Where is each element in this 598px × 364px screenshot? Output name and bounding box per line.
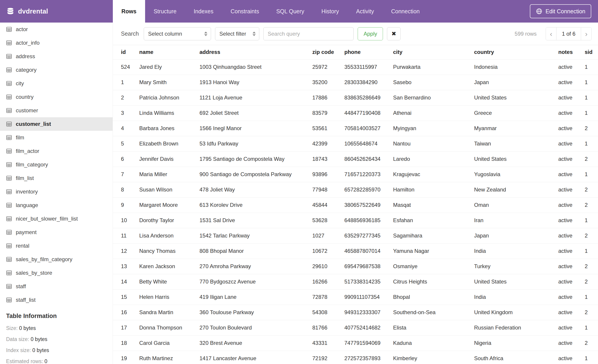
cell-name[interactable]: Susan Wilson xyxy=(139,182,199,197)
cell-sid[interactable]: 1 xyxy=(585,136,598,151)
cell-phone[interactable]: 838635286649 xyxy=(344,90,393,105)
cell-id[interactable]: 17 xyxy=(113,320,139,335)
cell-notes[interactable]: active xyxy=(558,243,585,259)
cell-city[interactable]: Kragujevac xyxy=(393,167,474,182)
cell-country[interactable]: New Zealand xyxy=(474,182,558,197)
cell-address[interactable]: 1913 Hanoi Way xyxy=(199,75,312,90)
sidebar-item-actor[interactable]: actor xyxy=(0,23,113,36)
cell-zip-code[interactable]: 93896 xyxy=(312,167,344,182)
cell-notes[interactable]: active xyxy=(558,335,585,351)
cell-phone[interactable]: 35533115997 xyxy=(344,59,393,75)
cell-id[interactable]: 13 xyxy=(113,259,139,274)
column-header-notes[interactable]: notes xyxy=(558,45,585,59)
cell-city[interactable]: Southend-on-Sea xyxy=(393,305,474,320)
cell-name[interactable]: Donna Thompson xyxy=(139,320,199,335)
tab-sql-query[interactable]: SQL Query xyxy=(268,0,313,23)
cell-sid[interactable]: 1 xyxy=(585,289,598,305)
sidebar-item-customer_list[interactable]: customer_list xyxy=(0,117,113,131)
column-header-sid[interactable]: sid xyxy=(585,45,598,59)
table-row[interactable]: 16Sandra Martin360 Toulouse Parkway54308… xyxy=(113,305,598,320)
cell-city[interactable]: Esfahan xyxy=(393,213,474,228)
cell-phone[interactable]: 990911107354 xyxy=(344,289,393,305)
cell-name[interactable]: Helen Harris xyxy=(139,289,199,305)
clear-search-button[interactable]: ✖ xyxy=(387,27,400,40)
sidebar-item-inventory[interactable]: inventory xyxy=(0,185,113,198)
table-row[interactable]: 17Donna Thompson270 Toulon Boulevard8176… xyxy=(113,320,598,335)
cell-zip-code[interactable]: 72878 xyxy=(312,289,344,305)
cell-phone[interactable]: 949312333307 xyxy=(344,305,393,320)
cell-sid[interactable]: 2 xyxy=(585,259,598,274)
cell-country[interactable]: Turkey xyxy=(474,259,558,274)
cell-id[interactable]: 10 xyxy=(113,213,139,228)
sidebar-item-film_actor[interactable]: film_actor xyxy=(0,144,113,158)
cell-zip-code[interactable]: 53628 xyxy=(312,213,344,228)
sidebar-item-nicer_but_slower_film_list[interactable]: nicer_but_slower_film_list xyxy=(0,212,113,226)
cell-address[interactable]: 692 Joliet Street xyxy=(199,105,312,121)
cell-sid[interactable]: 2 xyxy=(585,228,598,243)
cell-zip-code[interactable]: 10672 xyxy=(312,243,344,259)
column-header-city[interactable]: city xyxy=(393,45,474,59)
cell-name[interactable]: Mary Smith xyxy=(139,75,199,90)
cell-address[interactable]: 900 Santiago de Compostela Parkway xyxy=(199,167,312,182)
column-header-country[interactable]: country xyxy=(474,45,558,59)
cell-notes[interactable]: active xyxy=(558,151,585,167)
cell-phone[interactable]: 448477190408 xyxy=(344,105,393,121)
cell-address[interactable]: 770 Bydgoszcz Avenue xyxy=(199,274,312,289)
cell-city[interactable]: Kimberley xyxy=(393,351,474,364)
cell-address[interactable]: 419 Iligan Lane xyxy=(199,289,312,305)
cell-address[interactable]: 478 Joliet Way xyxy=(199,182,312,197)
cell-zip-code[interactable]: 83579 xyxy=(312,105,344,121)
tab-constraints[interactable]: Constraints xyxy=(222,0,268,23)
cell-name[interactable]: Karen Jackson xyxy=(139,259,199,274)
cell-id[interactable]: 524 xyxy=(113,59,139,75)
cell-city[interactable]: Sasebo xyxy=(393,75,474,90)
sidebar-item-sales_by_film_category[interactable]: sales_by_film_category xyxy=(0,253,113,266)
cell-city[interactable]: Masqat xyxy=(393,197,474,213)
cell-city[interactable]: Citrus Heights xyxy=(393,274,474,289)
cell-notes[interactable]: active xyxy=(558,90,585,105)
cell-phone[interactable]: 705814003527 xyxy=(344,121,393,136)
cell-country[interactable]: Oman xyxy=(474,197,558,213)
cell-country[interactable]: Indonesia xyxy=(474,59,558,75)
cell-sid[interactable]: 2 xyxy=(585,305,598,320)
cell-city[interactable]: Hamilton xyxy=(393,182,474,197)
cell-id[interactable]: 1 xyxy=(113,75,139,90)
cell-notes[interactable]: active xyxy=(558,121,585,136)
cell-country[interactable]: Japan xyxy=(474,228,558,243)
cell-address[interactable]: 1531 Sal Drive xyxy=(199,213,312,228)
cell-sid[interactable]: 1 xyxy=(585,105,598,121)
cell-phone[interactable]: 747791594069 xyxy=(344,335,393,351)
cell-zip-code[interactable]: 77948 xyxy=(312,182,344,197)
cell-sid[interactable]: 2 xyxy=(585,197,598,213)
cell-id[interactable]: 15 xyxy=(113,289,139,305)
cell-address[interactable]: 270 Amroha Parkway xyxy=(199,259,312,274)
cell-id[interactable]: 3 xyxy=(113,105,139,121)
sidebar-item-category[interactable]: category xyxy=(0,63,113,77)
cell-sid[interactable]: 1 xyxy=(585,59,598,75)
table-row[interactable]: 14Betty White770 Bydgoszcz Avenue1626651… xyxy=(113,274,598,289)
table-row[interactable]: 13Karen Jackson270 Amroha Parkway2961069… xyxy=(113,259,598,274)
cell-name[interactable]: Betty White xyxy=(139,274,199,289)
cell-name[interactable]: Barbara Jones xyxy=(139,121,199,136)
cell-phone[interactable]: 272572357893 xyxy=(344,351,393,364)
cell-name[interactable]: Margaret Moore xyxy=(139,197,199,213)
cell-phone[interactable]: 517338314235 xyxy=(344,274,393,289)
cell-city[interactable]: Sagamihara xyxy=(393,228,474,243)
cell-country[interactable]: Iran xyxy=(474,213,558,228)
cell-country[interactable]: United States xyxy=(474,274,558,289)
cell-phone[interactable]: 648856936185 xyxy=(344,213,393,228)
sidebar-item-actor_info[interactable]: actor_info xyxy=(0,36,113,50)
sidebar-item-address[interactable]: address xyxy=(0,50,113,63)
table-row[interactable]: 18Carol Garcia320 Brest Avenue4333174779… xyxy=(113,335,598,351)
cell-name[interactable]: Patricia Johnson xyxy=(139,90,199,105)
cell-id[interactable]: 9 xyxy=(113,197,139,213)
cell-address[interactable]: 53 Idfu Parkway xyxy=(199,136,312,151)
cell-id[interactable]: 11 xyxy=(113,228,139,243)
cell-name[interactable]: Ruth Martinez xyxy=(139,351,199,364)
cell-name[interactable]: Carol Garcia xyxy=(139,335,199,351)
cell-country[interactable]: Greece xyxy=(474,105,558,121)
cell-phone[interactable]: 465887807014 xyxy=(344,243,393,259)
sidebar-item-customer[interactable]: customer xyxy=(0,104,113,117)
column-header-name[interactable]: name xyxy=(139,45,199,59)
filter-select[interactable]: Select filter xyxy=(215,27,259,40)
